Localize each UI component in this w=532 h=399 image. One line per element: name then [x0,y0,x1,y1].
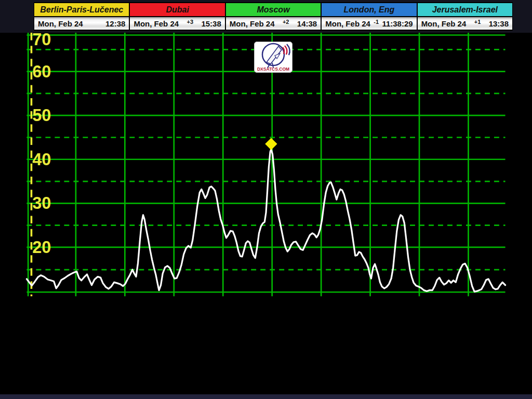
clock-moscow: Moscow Mon, Feb 24 +2 14:38 [225,2,321,31]
spectrum-plot: 706050403020 DXSATCS.COM [0,33,532,326]
clock-city-label: Dubai [130,3,224,17]
clock-date: Mon, Feb 24 [421,19,467,28]
bottom-edge-strip [0,394,532,399]
clock-time: 14:38 [297,19,317,28]
y-axis-tick-label: 50 [32,106,51,125]
clock-utc-offset: +1 [474,19,481,25]
clock-time: 15:38 [201,19,221,28]
clock-berlin-paris-lucenec: Berlin-Paris-Lučenec Mon, Feb 24 12:38 [34,2,129,31]
clock-dubai: Dubai Mon, Feb 24 +3 15:38 [129,2,225,31]
clock-time: 13:38 [489,19,509,28]
spectrum-plot-canvas: 706050403020 [0,33,532,326]
clock-city-label: Moscow [226,3,321,17]
logo-text: DXSATCS.COM [257,66,289,72]
y-axis-tick-label: 30 [32,194,51,212]
clock-city-label: London, Eng [322,3,416,17]
y-axis-tick-label: 60 [32,62,51,81]
clock-time: 11:38:29 [382,19,413,28]
clock-city-label: Berlin-Paris-Lučenec [34,3,129,17]
clock-utc-offset: +2 [283,19,289,25]
world-clock-bar: Berlin-Paris-Lučenec Mon, Feb 24 12:38 D… [34,2,513,31]
control-bar: SP 500KHz 9 kHzW 11707.498 MHz. ! Pwr 46… [0,326,532,394]
clock-date: Mon, Feb 24 [38,19,83,28]
clock-date: Mon, Feb 24 [325,19,370,28]
clock-utc-offset: -1 [374,19,379,25]
clock-london: London, Eng Mon, Feb 24 -1 11:38:29 [321,2,417,31]
peak-marker-icon [265,138,277,150]
satellite-dish-icon: DXSATCS.COM [254,42,292,73]
clock-jerusalem: Jerusalem-Israel Mon, Feb 24 +1 13:38 [417,2,513,31]
clock-utc-offset: +3 [187,19,193,25]
clock-city-label: Jerusalem-Israel [418,3,512,17]
clock-date: Mon, Feb 24 [230,19,275,28]
satellite-meter-screen: Berlin-Paris-Lučenec Mon, Feb 24 12:38 D… [0,0,532,399]
clock-time: 12:38 [105,19,125,28]
y-axis-tick-label: 20 [32,238,51,257]
y-axis-tick-label: 40 [32,150,51,169]
clock-date: Mon, Feb 24 [134,19,179,28]
y-axis-tick-label: 70 [32,33,51,49]
dxsatcs-logo: DXSATCS.COM [254,42,292,73]
